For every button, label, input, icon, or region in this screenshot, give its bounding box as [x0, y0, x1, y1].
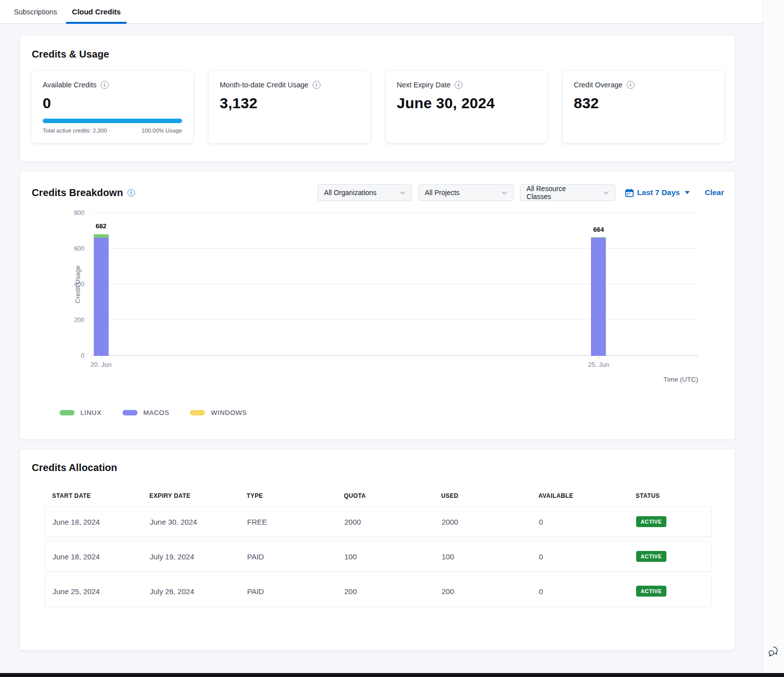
- info-icon[interactable]: [627, 81, 635, 89]
- gridline: [91, 320, 698, 320]
- main-column: Subscriptions Cloud Credits Credits & Us…: [0, 0, 763, 677]
- gridline: [91, 284, 698, 284]
- credit-usage-chart: Credit Usage Time (UTC) 0200400600800682…: [32, 213, 724, 386]
- column-header-quota: QUOTA: [344, 492, 441, 499]
- next-expiry-label-row: Next Expiry Date: [397, 81, 536, 89]
- bar-value-label: 682: [86, 222, 116, 230]
- date-range-picker[interactable]: Last 7 Days: [625, 188, 690, 197]
- table-row: June 25, 2024July 26, 2024PAID2002000ACT…: [45, 576, 712, 607]
- bar-value-label: 664: [584, 226, 613, 233]
- cell-expiry: June 30, 2024: [150, 518, 247, 526]
- credits-allocation-card: Credits Allocation START DATEEXPIRY DATE…: [20, 449, 735, 650]
- chevron-down-icon: [603, 191, 609, 195]
- bar-segment-macos: [94, 238, 109, 356]
- y-tick-label: 800: [74, 209, 84, 216]
- cell-used: 200: [442, 587, 539, 596]
- next-expiry-value: June 30, 2024: [397, 95, 536, 112]
- resource-classes-select[interactable]: All Resource Classes: [520, 184, 615, 201]
- credits-usage-title: Credits & Usage: [32, 49, 724, 60]
- x-tick-label: 20. Jun: [81, 361, 121, 368]
- info-icon[interactable]: [455, 81, 462, 89]
- next-expiry-card: Next Expiry Date June 30, 2024: [386, 71, 547, 143]
- breakdown-title-wrap: Credits Breakdown: [32, 187, 135, 199]
- x-tick: [598, 356, 599, 359]
- status-badge: ACTIVE: [636, 551, 666, 562]
- cell-type: FREE: [247, 518, 344, 526]
- date-range-value: Last 7 Days: [637, 188, 680, 197]
- organizations-select[interactable]: All Organizations: [318, 184, 412, 201]
- info-icon[interactable]: [101, 81, 109, 89]
- cell-start: June 18, 2024: [53, 552, 150, 561]
- active-tab-indicator: [66, 22, 127, 24]
- right-side-strip: [763, 0, 784, 677]
- total-active-credits-text: Total active credits: 2,300: [43, 128, 107, 134]
- credit-overage-label-row: Credit Overage: [574, 81, 713, 89]
- cell-available: 0: [539, 587, 636, 596]
- cell-type: PAID: [247, 552, 344, 561]
- gridline: [91, 248, 698, 249]
- status-badge: ACTIVE: [636, 586, 666, 597]
- available-credits-label: Available Credits: [43, 81, 97, 89]
- column-header-used: USED: [441, 492, 538, 499]
- credit-overage-value: 832: [574, 95, 713, 112]
- info-icon[interactable]: [313, 81, 321, 89]
- cell-quota: 100: [344, 552, 442, 561]
- column-header-type: TYPE: [247, 492, 344, 499]
- cell-start: June 25, 2024: [53, 587, 150, 596]
- tab-cloud-credits[interactable]: Cloud Credits: [69, 0, 124, 23]
- cell-type: PAID: [247, 587, 344, 596]
- cell-used: 2000: [442, 518, 539, 526]
- status-badge: ACTIVE: [636, 516, 666, 527]
- x-axis-title: Time (UTC): [663, 376, 698, 383]
- plot-area: Credit Usage Time (UTC) 0200400600800682…: [91, 213, 698, 356]
- y-tick-label: 0: [81, 352, 84, 359]
- gridline: [91, 212, 698, 213]
- tab-subscriptions-label: Subscriptions: [14, 8, 57, 16]
- legend-label: WINDOWS: [211, 409, 247, 416]
- available-credits-value: 0: [43, 95, 182, 112]
- legend-item-macos[interactable]: MACOS: [123, 409, 170, 416]
- legend-swatch-linux: [60, 410, 74, 415]
- allocation-table-header: START DATEEXPIRY DATETYPEQUOTAUSEDAVAILA…: [45, 492, 712, 506]
- table-row: June 18, 2024July 19, 2024PAID1001000ACT…: [45, 541, 712, 572]
- clear-filters-button[interactable]: Clear: [705, 188, 724, 197]
- cell-start: June 18, 2024: [53, 518, 150, 526]
- column-header-start-date: START DATE: [52, 492, 149, 499]
- credits-allocation-title: Credits Allocation: [32, 462, 724, 474]
- credits-usage-card: Credits & Usage Available Credits 0 Tota…: [20, 36, 735, 161]
- organizations-select-value: All Organizations: [324, 189, 377, 197]
- column-header-expiry-date: EXPIRY DATE: [149, 492, 247, 499]
- mtd-usage-card: Month-to-date Credit Usage 3,132: [209, 71, 370, 143]
- chat-bubbles-icon[interactable]: [767, 644, 781, 658]
- tab-subscriptions[interactable]: Subscriptions: [11, 0, 60, 23]
- table-row: June 18, 2024June 30, 2024FREE200020000A…: [45, 506, 712, 537]
- page-content: Credits & Usage Available Credits 0 Tota…: [0, 24, 763, 650]
- y-tick-label: 400: [74, 281, 84, 288]
- bar-segment-linux: [94, 234, 109, 238]
- x-tick-label: 25. Jun: [579, 361, 618, 368]
- cell-status: ACTIVE: [636, 516, 711, 527]
- tab-cloud-credits-label: Cloud Credits: [72, 7, 121, 16]
- breakdown-filters: All Organizations All Projects All Resou…: [311, 184, 724, 201]
- column-header-available: AVAILABLE: [538, 492, 636, 499]
- caret-down-icon: [685, 191, 690, 194]
- cell-status: ACTIVE: [636, 551, 711, 562]
- legend-item-windows[interactable]: WINDOWS: [190, 409, 247, 416]
- cell-available: 0: [539, 552, 636, 561]
- calendar-icon: [625, 189, 634, 197]
- legend-item-linux[interactable]: LINUX: [60, 409, 102, 416]
- cell-expiry: July 19, 2024: [150, 552, 247, 561]
- stat-card-row: Available Credits 0 Total active credits…: [32, 71, 724, 143]
- credits-progress-track: [43, 119, 182, 123]
- legend-swatch-macos: [123, 410, 137, 415]
- projects-select[interactable]: All Projects: [418, 184, 514, 201]
- credits-progress-meta: Total active credits: 2,300 100.00% Usag…: [43, 128, 182, 134]
- legend-swatch-windows: [190, 410, 205, 415]
- available-credits-card: Available Credits 0 Total active credits…: [32, 71, 193, 143]
- bar-segment-macos: [591, 238, 606, 356]
- gridline: [91, 355, 698, 356]
- mtd-usage-label-row: Month-to-date Credit Usage: [220, 81, 359, 89]
- y-tick-label: 200: [74, 317, 84, 324]
- info-icon[interactable]: [128, 189, 135, 197]
- app-root: Subscriptions Cloud Credits Credits & Us…: [0, 0, 784, 677]
